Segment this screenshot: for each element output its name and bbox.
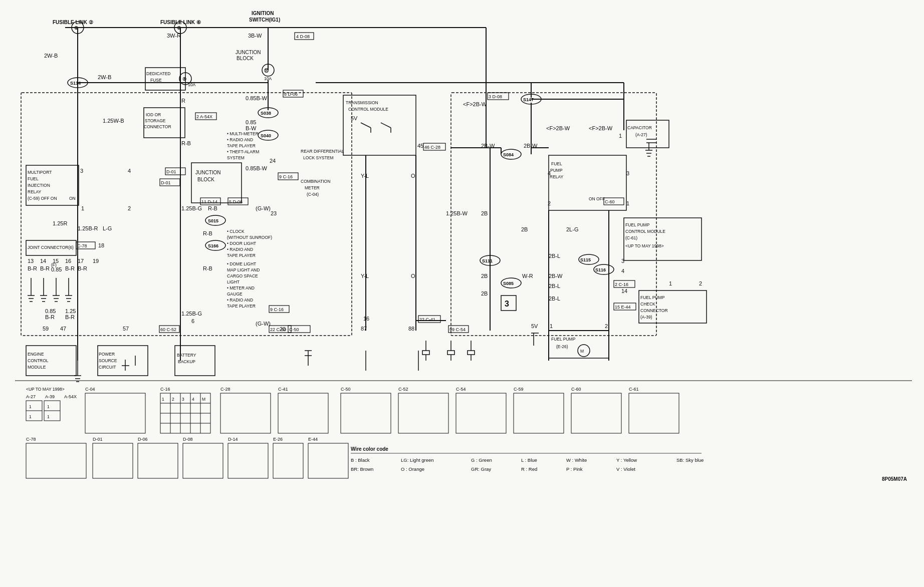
c78-table-label: C-78 bbox=[26, 437, 36, 442]
s015-label: S015 bbox=[208, 218, 218, 223]
combo-meter2: METER bbox=[305, 185, 320, 190]
c16-ref-mid: 9 C-16 bbox=[270, 307, 284, 312]
fusible-link-6-label: FUSIBLE LINK ⑥ bbox=[160, 20, 201, 25]
wire-2b-left: 2B bbox=[481, 210, 488, 216]
fp-motor-label: FUEL PUMP bbox=[551, 337, 576, 342]
d01-table-label: D-01 bbox=[93, 437, 103, 442]
wire-rb-lower: R-B bbox=[203, 230, 212, 236]
c54-ref: 99 C-54 bbox=[449, 327, 466, 332]
wire-yl-lower: Y-L bbox=[361, 273, 369, 279]
wire-legend-title: Wire color code bbox=[351, 446, 388, 452]
dome-note2: MAP LIGHT AND bbox=[227, 267, 260, 272]
dome-note8: TAPE PLAYER bbox=[227, 304, 256, 309]
wire-wr: W-R bbox=[522, 273, 533, 279]
wire-085-bw3: B-W bbox=[246, 125, 257, 131]
ignition-switch-label: IGNITION bbox=[252, 11, 274, 16]
wire-br-1: B-R bbox=[28, 265, 37, 271]
d14-ref: 11 D-14 bbox=[201, 199, 217, 204]
c60-table-label: C-60 bbox=[571, 387, 581, 392]
wire-o-lower: O bbox=[411, 273, 415, 279]
terminal-2: 2 bbox=[128, 205, 131, 211]
wire-2b-mid: 2B bbox=[521, 226, 528, 232]
d14-table-label: D-14 bbox=[228, 437, 238, 442]
iod-text2: STORAGE bbox=[145, 118, 166, 123]
wire-085: 0.85 bbox=[51, 266, 62, 272]
clock-note1: • CLOCK bbox=[227, 229, 245, 234]
relay-t4: 4 bbox=[548, 170, 551, 176]
legend-o: O : Orange bbox=[401, 466, 424, 472]
a54x-ref: 2 A-54X bbox=[196, 114, 212, 119]
d01-ref2: D-01 bbox=[161, 180, 171, 185]
c16-t4: 4 bbox=[192, 397, 194, 402]
wire-2wb-mid: 2W-B bbox=[98, 74, 111, 80]
wire-2b-lower: 2B bbox=[481, 290, 488, 297]
check-ref: 9 C-16 bbox=[279, 174, 293, 179]
ignition-switch-label2: SWITCH(IG1) bbox=[249, 17, 280, 23]
ecm-label3: MODULE bbox=[28, 365, 46, 370]
cap-ref: (A-27) bbox=[635, 132, 647, 137]
d08-ref-right: 3 D-08 bbox=[489, 94, 502, 99]
fpcm-label1: FUEL PUMP bbox=[625, 222, 650, 227]
combo-meter3: (C-04) bbox=[307, 192, 319, 197]
mfi-relay3: INJECTION bbox=[28, 183, 50, 188]
fc-t2: 2 bbox=[699, 280, 702, 286]
clock-note2: (WITHOUT SUNROOF) bbox=[227, 235, 272, 240]
terminal-16: 16 bbox=[363, 316, 369, 322]
e44-table-label: E-44 bbox=[308, 437, 318, 442]
may1998-label: <UP TO MAY 1998> bbox=[26, 387, 65, 392]
legend-p: P : Pink bbox=[566, 466, 583, 472]
wire-f2bw-right: <F>2B-W bbox=[589, 125, 613, 131]
c04-table-label: C-04 bbox=[85, 387, 95, 392]
fuse-5-symbol: ⑤ bbox=[182, 77, 186, 82]
dome-note1: • DOME LIGHT bbox=[227, 261, 256, 266]
a27-t2: 1 bbox=[29, 414, 32, 419]
a27-table-label: A-27 bbox=[26, 394, 36, 399]
clock-note4: • RADIO AND bbox=[227, 247, 253, 252]
wire-125br: 1.25B-R bbox=[78, 225, 98, 231]
d06-ref-mid: 5 D-06 bbox=[229, 199, 243, 204]
fpcm-label2: CONTROL MODULE bbox=[625, 229, 665, 234]
fpcc-label1: FUEL PUMP bbox=[640, 295, 665, 300]
svg-rect-0 bbox=[0, 0, 924, 587]
c28-table-label: C-28 bbox=[220, 387, 230, 392]
wire-125wb: 1.25W-B bbox=[103, 118, 124, 124]
iod-text3: CONNECTOR bbox=[144, 124, 171, 129]
5v-lower: 5V bbox=[531, 323, 538, 329]
wire-f2bw-mid: <F>2B-W bbox=[546, 125, 570, 131]
c52-ref: 60 C-52 bbox=[160, 327, 176, 332]
multimeter-note5: SYSTEM bbox=[227, 155, 245, 160]
multimeter-note3: TAPE PLAYER bbox=[227, 143, 256, 148]
on-label: ON OFF bbox=[589, 196, 605, 201]
fpr-label2: PUMP bbox=[550, 168, 563, 173]
bb-label1: BATTERY bbox=[177, 353, 196, 358]
wire-125bw: 1.25B-W bbox=[446, 210, 468, 216]
c60-ref: C-60 bbox=[605, 199, 615, 204]
c16-t5: M bbox=[202, 397, 205, 402]
wire-f2bw-top: <F>2B-W bbox=[463, 101, 487, 107]
psc-label2: SOURCE bbox=[99, 358, 117, 363]
d06-table-label: D-06 bbox=[138, 437, 148, 442]
clock-note5: TAPE PLAYER bbox=[227, 253, 256, 258]
wire-2bl-4: 2B-L bbox=[549, 296, 560, 302]
fpr-label1: FUEL bbox=[551, 161, 562, 166]
wire-085bw: 0.85B-W bbox=[246, 95, 267, 101]
d08-table-label: D-08 bbox=[183, 437, 193, 442]
dome-note7: • RADIO AND bbox=[227, 298, 253, 303]
terminal-14-fpcm: 14 bbox=[621, 288, 627, 294]
wire-085bw-lower: 0.85B-W bbox=[246, 165, 267, 171]
dome-note5: • METER AND bbox=[227, 285, 255, 290]
fpcc-ref: (A-39) bbox=[640, 315, 652, 320]
c16-table-label: C-16 bbox=[160, 387, 170, 392]
wire-br-2: B-R bbox=[40, 265, 50, 271]
c28-ref: 46 C-28 bbox=[424, 145, 440, 150]
joint-connector1: JOINT CONNECTOR(6) bbox=[28, 245, 74, 250]
c61-table-label: C-61 bbox=[629, 387, 639, 392]
terminal-3-left: 3 bbox=[80, 168, 83, 174]
e44-ref: 15 E-44 bbox=[615, 305, 631, 310]
wire-lg: L-G bbox=[103, 225, 112, 231]
wire-2bl-1: 2B-L bbox=[549, 253, 560, 259]
relay-t3: 3 bbox=[626, 170, 629, 176]
terminal-6: 6 bbox=[191, 318, 194, 324]
relay-t2: 2 bbox=[548, 200, 551, 206]
wire-yl-left: Y-L bbox=[361, 173, 369, 179]
